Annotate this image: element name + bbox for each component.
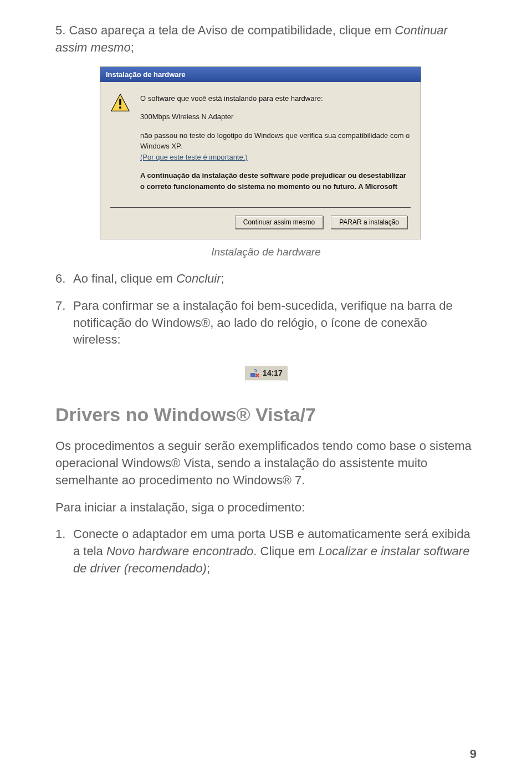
step-6-text-b: Concluir bbox=[176, 272, 221, 285]
tray-clock: 14:17 bbox=[263, 368, 283, 377]
warning-icon bbox=[110, 93, 130, 113]
step-1b-text-c: . Clique em bbox=[253, 544, 318, 558]
section-p2: Para iniciar a instalação, siga o proced… bbox=[55, 499, 477, 516]
step-6: 6. Ao final, clique em Concluir; bbox=[55, 270, 477, 288]
svg-rect-3 bbox=[250, 373, 255, 377]
dialog-divider bbox=[110, 207, 411, 208]
step-5-text-c: ; bbox=[131, 40, 134, 54]
step-5-text-a: Caso apareça a tela de Aviso de compatib… bbox=[69, 23, 395, 37]
dialog-bold: A continuação da instalação deste softwa… bbox=[140, 170, 411, 192]
step-7-num: 7. bbox=[55, 298, 73, 349]
step-6-num: 6. bbox=[55, 270, 73, 288]
dialog-button-row: Continuar assim mesmo PARAR a instalação bbox=[110, 216, 411, 229]
wireless-icon bbox=[249, 368, 259, 378]
dialog-message: O software que você está instalando para… bbox=[140, 93, 411, 200]
stop-installation-button[interactable]: PARAR a instalação bbox=[331, 216, 407, 229]
dialog-line1: O software que você está instalando para… bbox=[140, 93, 411, 104]
page-number: 9 bbox=[470, 747, 477, 761]
step-7: 7. Para confirmar se a instalação foi be… bbox=[55, 298, 477, 349]
hardware-install-dialog: Instalação de hardware O software que vo… bbox=[100, 66, 421, 240]
dialog-line3a: não passou no teste do logotipo do Windo… bbox=[140, 131, 410, 151]
dialog-device: 300Mbps Wireless N Adapter bbox=[140, 111, 411, 122]
step-6-text-c: ; bbox=[221, 272, 224, 285]
section-p1: Os procedimentos a seguir serão exemplif… bbox=[55, 438, 477, 489]
step-1b-text-e: ; bbox=[207, 561, 210, 575]
step-1b: 1. Conecte o adaptador em uma porta USB … bbox=[55, 526, 477, 577]
step-5-num: 5. bbox=[55, 23, 65, 37]
step-7-text: Para confirmar se a instalação foi bem-s… bbox=[73, 298, 477, 349]
system-tray: 14:17 bbox=[244, 365, 288, 381]
section-heading: Drivers no Windows® Vista/7 bbox=[55, 404, 477, 426]
tray-screenshot: 14:17 bbox=[55, 359, 477, 387]
step-6-text-a: Ao final, clique em bbox=[73, 272, 176, 285]
step-5: 5. Caso apareça a tela de Aviso de compa… bbox=[55, 22, 477, 57]
step-1b-num: 1. bbox=[55, 526, 73, 577]
dialog-titlebar: Instalação de hardware bbox=[100, 67, 421, 82]
continue-anyway-button[interactable]: Continuar assim mesmo bbox=[235, 216, 323, 229]
dialog-body: O software que você está instalando para… bbox=[100, 82, 421, 239]
svg-rect-1 bbox=[119, 99, 121, 105]
svg-rect-2 bbox=[119, 106, 121, 109]
dialog-link[interactable]: (Por que este teste é importante.) bbox=[140, 153, 248, 161]
figure-caption: Instalação de hardware bbox=[55, 246, 477, 258]
dialog-screenshot: Instalação de hardware O software que vo… bbox=[100, 66, 477, 240]
step-1b-text-b: Novo hardware encontrado bbox=[106, 544, 253, 558]
